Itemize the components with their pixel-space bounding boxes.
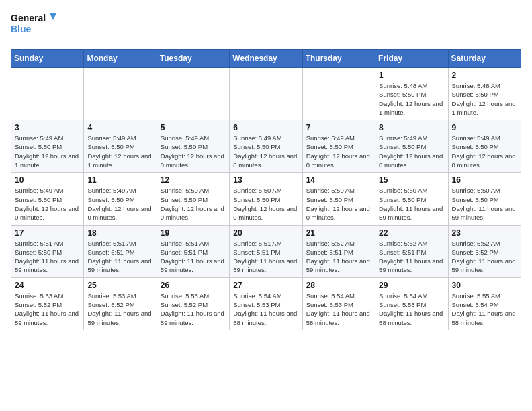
- calendar-cell: [302, 68, 375, 120]
- calendar-cell: 16Sunrise: 5:50 AM Sunset: 5:50 PM Dayli…: [448, 173, 521, 225]
- day-number: 5: [161, 123, 226, 132]
- weekday-header-sunday: Sunday: [11, 50, 84, 68]
- calendar-cell: 6Sunrise: 5:49 AM Sunset: 5:50 PM Daylig…: [230, 120, 302, 173]
- day-number: 8: [379, 123, 444, 132]
- day-info: Sunrise: 5:54 AM Sunset: 5:53 PM Dayligh…: [233, 291, 298, 327]
- day-number: 27: [233, 281, 298, 290]
- day-info: Sunrise: 5:51 AM Sunset: 5:51 PM Dayligh…: [161, 239, 226, 275]
- calendar-cell: 12Sunrise: 5:50 AM Sunset: 5:50 PM Dayli…: [157, 173, 229, 225]
- day-info: Sunrise: 5:53 AM Sunset: 5:52 PM Dayligh…: [161, 291, 226, 327]
- day-info: Sunrise: 5:50 AM Sunset: 5:50 PM Dayligh…: [452, 186, 517, 222]
- svg-text:Blue: Blue: [11, 24, 32, 34]
- day-info: Sunrise: 5:49 AM Sunset: 5:50 PM Dayligh…: [87, 186, 152, 222]
- calendar-cell: 4Sunrise: 5:49 AM Sunset: 5:50 PM Daylig…: [84, 120, 157, 173]
- day-number: 3: [15, 123, 80, 132]
- calendar-cell: 5Sunrise: 5:49 AM Sunset: 5:50 PM Daylig…: [157, 120, 229, 173]
- weekday-header-wednesday: Wednesday: [230, 50, 302, 68]
- calendar-week-2: 3Sunrise: 5:49 AM Sunset: 5:50 PM Daylig…: [11, 120, 521, 173]
- day-info: Sunrise: 5:48 AM Sunset: 5:50 PM Dayligh…: [379, 81, 444, 117]
- day-number: 26: [161, 281, 226, 290]
- calendar-week-5: 24Sunrise: 5:53 AM Sunset: 5:52 PM Dayli…: [11, 277, 521, 330]
- day-number: 15: [379, 175, 444, 185]
- day-number: 19: [161, 228, 226, 238]
- day-info: Sunrise: 5:49 AM Sunset: 5:50 PM Dayligh…: [87, 134, 152, 169]
- day-info: Sunrise: 5:48 AM Sunset: 5:50 PM Dayligh…: [452, 81, 517, 117]
- day-info: Sunrise: 5:49 AM Sunset: 5:50 PM Dayligh…: [233, 134, 298, 169]
- logo-svg: General Blue: [11, 11, 58, 41]
- calendar-week-3: 10Sunrise: 5:49 AM Sunset: 5:50 PM Dayli…: [11, 173, 521, 225]
- calendar-cell: 8Sunrise: 5:49 AM Sunset: 5:50 PM Daylig…: [375, 120, 448, 173]
- day-info: Sunrise: 5:49 AM Sunset: 5:50 PM Dayligh…: [379, 134, 444, 169]
- day-number: 24: [15, 281, 80, 290]
- calendar-cell: 13Sunrise: 5:50 AM Sunset: 5:50 PM Dayli…: [230, 173, 302, 225]
- day-info: Sunrise: 5:49 AM Sunset: 5:50 PM Dayligh…: [306, 134, 371, 169]
- day-number: 30: [452, 281, 517, 290]
- day-number: 28: [306, 281, 371, 290]
- day-info: Sunrise: 5:50 AM Sunset: 5:50 PM Dayligh…: [379, 186, 444, 222]
- calendar-cell: 11Sunrise: 5:49 AM Sunset: 5:50 PM Dayli…: [84, 173, 157, 225]
- day-number: 22: [379, 228, 444, 238]
- calendar-cell: 23Sunrise: 5:52 AM Sunset: 5:52 PM Dayli…: [448, 225, 521, 277]
- day-number: 17: [15, 228, 80, 238]
- day-info: Sunrise: 5:50 AM Sunset: 5:50 PM Dayligh…: [233, 186, 298, 222]
- day-info: Sunrise: 5:53 AM Sunset: 5:52 PM Dayligh…: [87, 291, 152, 327]
- calendar-cell: 21Sunrise: 5:52 AM Sunset: 5:51 PM Dayli…: [302, 225, 375, 277]
- calendar-cell: 14Sunrise: 5:50 AM Sunset: 5:50 PM Dayli…: [302, 173, 375, 225]
- day-number: 13: [233, 175, 298, 185]
- svg-marker-2: [50, 13, 56, 20]
- day-number: 21: [306, 228, 371, 238]
- calendar-header-row: SundayMondayTuesdayWednesdayThursdayFrid…: [11, 50, 521, 68]
- calendar-table: SundayMondayTuesdayWednesdayThursdayFrid…: [11, 49, 521, 330]
- day-info: Sunrise: 5:51 AM Sunset: 5:50 PM Dayligh…: [15, 239, 80, 275]
- day-info: Sunrise: 5:52 AM Sunset: 5:51 PM Dayligh…: [306, 239, 371, 275]
- calendar-cell: 3Sunrise: 5:49 AM Sunset: 5:50 PM Daylig…: [11, 120, 84, 173]
- calendar-cell: [157, 68, 229, 120]
- day-info: Sunrise: 5:54 AM Sunset: 5:53 PM Dayligh…: [306, 291, 371, 327]
- calendar-cell: 10Sunrise: 5:49 AM Sunset: 5:50 PM Dayli…: [11, 173, 84, 225]
- day-info: Sunrise: 5:51 AM Sunset: 5:51 PM Dayligh…: [87, 239, 152, 275]
- calendar-cell: 25Sunrise: 5:53 AM Sunset: 5:52 PM Dayli…: [84, 277, 157, 330]
- day-info: Sunrise: 5:49 AM Sunset: 5:50 PM Dayligh…: [161, 134, 226, 169]
- day-info: Sunrise: 5:50 AM Sunset: 5:50 PM Dayligh…: [306, 186, 371, 222]
- calendar-cell: [11, 68, 84, 120]
- day-number: 10: [15, 175, 80, 185]
- day-number: 11: [87, 175, 152, 185]
- day-number: 6: [233, 123, 298, 132]
- calendar-cell: 26Sunrise: 5:53 AM Sunset: 5:52 PM Dayli…: [157, 277, 229, 330]
- calendar-week-1: 1Sunrise: 5:48 AM Sunset: 5:50 PM Daylig…: [11, 68, 521, 120]
- calendar-cell: [230, 68, 302, 120]
- svg-text:General: General: [11, 13, 46, 24]
- calendar-cell: [84, 68, 157, 120]
- weekday-header-thursday: Thursday: [302, 50, 375, 68]
- calendar-cell: 18Sunrise: 5:51 AM Sunset: 5:51 PM Dayli…: [84, 225, 157, 277]
- day-info: Sunrise: 5:55 AM Sunset: 5:54 PM Dayligh…: [452, 291, 517, 327]
- day-number: 14: [306, 175, 371, 185]
- day-number: 25: [87, 281, 152, 290]
- day-number: 29: [379, 281, 444, 290]
- calendar-cell: 9Sunrise: 5:49 AM Sunset: 5:50 PM Daylig…: [448, 120, 521, 173]
- day-info: Sunrise: 5:49 AM Sunset: 5:50 PM Dayligh…: [15, 186, 80, 222]
- day-number: 1: [379, 71, 444, 80]
- calendar-cell: 7Sunrise: 5:49 AM Sunset: 5:50 PM Daylig…: [302, 120, 375, 173]
- day-number: 7: [306, 123, 371, 132]
- calendar-cell: 27Sunrise: 5:54 AM Sunset: 5:53 PM Dayli…: [230, 277, 302, 330]
- weekday-header-monday: Monday: [84, 50, 157, 68]
- day-number: 20: [233, 228, 298, 238]
- calendar-cell: 15Sunrise: 5:50 AM Sunset: 5:50 PM Dayli…: [375, 173, 448, 225]
- calendar-cell: 20Sunrise: 5:51 AM Sunset: 5:51 PM Dayli…: [230, 225, 302, 277]
- calendar-cell: 19Sunrise: 5:51 AM Sunset: 5:51 PM Dayli…: [157, 225, 229, 277]
- calendar-cell: 28Sunrise: 5:54 AM Sunset: 5:53 PM Dayli…: [302, 277, 375, 330]
- calendar-cell: 2Sunrise: 5:48 AM Sunset: 5:50 PM Daylig…: [448, 68, 521, 120]
- day-info: Sunrise: 5:53 AM Sunset: 5:52 PM Dayligh…: [15, 291, 80, 327]
- day-number: 16: [452, 175, 517, 185]
- day-number: 23: [452, 228, 517, 238]
- day-info: Sunrise: 5:50 AM Sunset: 5:50 PM Dayligh…: [161, 186, 226, 222]
- day-number: 12: [161, 175, 226, 185]
- calendar-week-4: 17Sunrise: 5:51 AM Sunset: 5:50 PM Dayli…: [11, 225, 521, 277]
- calendar-cell: 22Sunrise: 5:52 AM Sunset: 5:51 PM Dayli…: [375, 225, 448, 277]
- calendar-cell: 24Sunrise: 5:53 AM Sunset: 5:52 PM Dayli…: [11, 277, 84, 330]
- day-number: 2: [452, 71, 517, 80]
- calendar-cell: 29Sunrise: 5:54 AM Sunset: 5:53 PM Dayli…: [375, 277, 448, 330]
- logo: General Blue: [11, 11, 58, 41]
- day-number: 4: [87, 123, 152, 132]
